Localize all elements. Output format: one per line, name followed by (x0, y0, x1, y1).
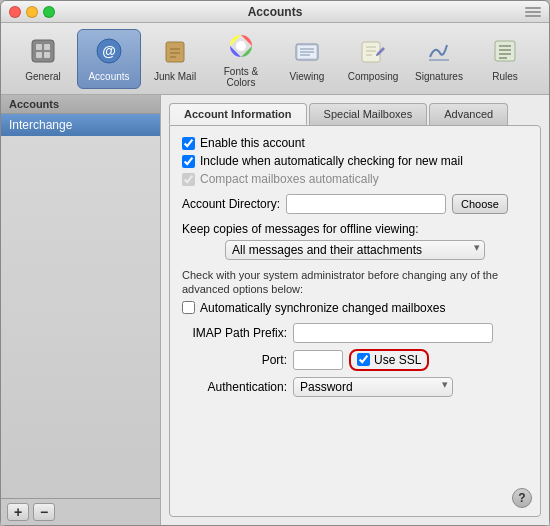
account-directory-row: Account Directory: Choose (182, 194, 528, 214)
enable-account-label: Enable this account (200, 136, 305, 150)
copies-dropdown-row: All messages and their attachments All m… (182, 240, 528, 260)
include-checking-checkbox[interactable] (182, 155, 195, 168)
window-title: Accounts (248, 5, 303, 19)
enable-account-row: Enable this account (182, 136, 528, 150)
tab-special-mailboxes[interactable]: Special Mailboxes (309, 103, 428, 125)
auto-sync-checkbox[interactable] (182, 301, 195, 314)
include-checking-label: Include when automatically checking for … (200, 154, 463, 168)
copies-dropdown[interactable]: All messages and their attachments All m… (225, 240, 485, 260)
imap-row: IMAP Path Prefix: (182, 323, 528, 343)
tab-advanced[interactable]: Advanced (429, 103, 508, 125)
add-account-button[interactable]: + (7, 503, 29, 521)
viewing-label: Viewing (290, 71, 325, 82)
window-buttons (9, 6, 55, 18)
toolbar-item-composing[interactable]: Composing (341, 29, 405, 89)
compact-mailboxes-checkbox[interactable] (182, 173, 195, 186)
svg-rect-2 (44, 44, 50, 50)
minimize-button[interactable] (26, 6, 38, 18)
right-panel: Account Information Special Mailboxes Ad… (161, 95, 549, 525)
svg-rect-3 (36, 52, 42, 58)
toolbar: General @ Accounts Junk Mail (1, 23, 549, 95)
signatures-icon (423, 35, 455, 67)
signatures-label: Signatures (415, 71, 463, 82)
titlebar: Accounts (1, 1, 549, 23)
composing-icon (357, 35, 389, 67)
fonts-colors-label: Fonts & Colors (209, 66, 273, 88)
rules-label: Rules (492, 71, 518, 82)
general-icon (27, 35, 59, 67)
svg-rect-0 (32, 40, 54, 62)
compact-mailboxes-row: Compact mailboxes automatically (182, 172, 528, 186)
enable-account-checkbox[interactable] (182, 137, 195, 150)
account-directory-input[interactable] (286, 194, 446, 214)
choose-button[interactable]: Choose (452, 194, 508, 214)
imap-input[interactable] (293, 323, 493, 343)
copies-dropdown-wrapper: All messages and their attachments All m… (225, 240, 485, 260)
remove-account-button[interactable]: − (33, 503, 55, 521)
toolbar-item-fonts-colors[interactable]: Fonts & Colors (209, 29, 273, 89)
toolbar-item-general[interactable]: General (11, 29, 75, 89)
tab-account-information[interactable]: Account Information (169, 103, 307, 125)
compact-mailboxes-label: Compact mailboxes automatically (200, 172, 379, 186)
svg-rect-18 (362, 42, 380, 62)
rules-icon (489, 35, 521, 67)
close-button[interactable] (9, 6, 21, 18)
toolbar-item-signatures[interactable]: Signatures (407, 29, 471, 89)
account-directory-label: Account Directory: (182, 197, 280, 211)
resize-handle[interactable] (525, 7, 541, 17)
port-input[interactable]: 993 (293, 350, 343, 370)
svg-rect-1 (36, 44, 42, 50)
tab-content: Enable this account Include when automat… (169, 125, 541, 517)
svg-rect-4 (44, 52, 50, 58)
toolbar-item-rules[interactable]: Rules (473, 29, 537, 89)
composing-label: Composing (348, 71, 399, 82)
auth-dropdown[interactable]: Password MD5 Challenge-Response NTLM Ker… (293, 377, 453, 397)
junkmail-label: Junk Mail (154, 71, 196, 82)
admin-note: Check with your system administrator bef… (182, 268, 528, 297)
ssl-checkbox[interactable] (357, 353, 370, 366)
toolbar-item-junkmail[interactable]: Junk Mail (143, 29, 207, 89)
help-button[interactable]: ? (512, 488, 532, 508)
maximize-button[interactable] (43, 6, 55, 18)
svg-text:@: @ (102, 43, 116, 59)
port-row: Port: 993 Use SSL (182, 349, 528, 371)
toolbar-item-accounts[interactable]: @ Accounts (77, 29, 141, 89)
accounts-icon: @ (93, 35, 125, 67)
fonts-colors-icon (225, 30, 257, 62)
general-label: General (25, 71, 61, 82)
sidebar-item-interchange[interactable]: Interchange (1, 114, 160, 136)
svg-point-12 (236, 41, 246, 51)
include-checking-row: Include when automatically checking for … (182, 154, 528, 168)
port-label: Port: (182, 353, 287, 367)
auth-label: Authentication: (182, 380, 287, 394)
toolbar-item-viewing[interactable]: Viewing (275, 29, 339, 89)
copies-label: Keep copies of messages for offline view… (182, 222, 419, 236)
auto-sync-label: Automatically synchronize changed mailbo… (200, 301, 445, 315)
sidebar-list: Interchange (1, 114, 160, 498)
accounts-label: Accounts (88, 71, 129, 82)
ssl-label: Use SSL (374, 353, 421, 367)
auto-sync-row: Automatically synchronize changed mailbo… (182, 301, 528, 315)
svg-rect-7 (166, 42, 184, 62)
sidebar: Accounts Interchange + − (1, 95, 161, 525)
ssl-area: Use SSL (349, 349, 429, 371)
viewing-icon (291, 35, 323, 67)
imap-label: IMAP Path Prefix: (182, 326, 287, 340)
auth-row: Authentication: Password MD5 Challenge-R… (182, 377, 528, 397)
main-content: Accounts Interchange + − Account Informa… (1, 95, 549, 525)
auth-dropdown-wrapper: Password MD5 Challenge-Response NTLM Ker… (293, 377, 453, 397)
sidebar-title: Accounts (1, 95, 160, 114)
main-window: Accounts General (0, 0, 550, 526)
junkmail-icon (159, 35, 191, 67)
sidebar-bottom: + − (1, 498, 160, 525)
tabs: Account Information Special Mailboxes Ad… (169, 103, 541, 125)
